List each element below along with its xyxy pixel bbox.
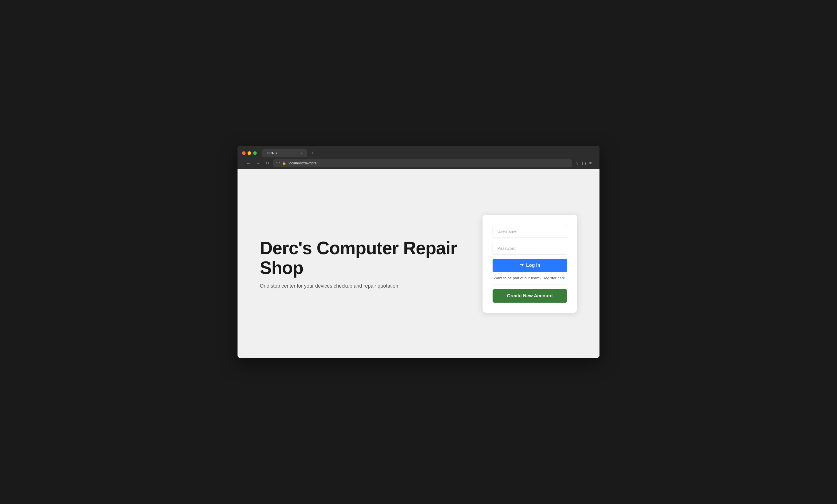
bookmark-icon[interactable]: ☆ [575,161,578,166]
address-bar[interactable]: 🛡 🔒 localhost/devdcrs/ [273,160,572,167]
shield-icon: 🛡 [276,161,280,165]
hero-section: Derc's Computer Repair Shop One stop cen… [260,238,483,289]
new-tab-button[interactable]: + [309,149,317,157]
login-card: ⮕ Log In Want to be part of our team? Re… [483,215,577,313]
browser-tabs-row: DCRS × + [242,149,595,157]
login-button[interactable]: ⮕ Log In [493,259,567,272]
extension-icon[interactable]: ( ) [582,161,586,166]
username-input[interactable] [493,225,567,238]
browser-tab[interactable]: DCRS × [262,149,307,157]
browser-content: Derc's Computer Repair Shop One stop cen… [237,169,600,358]
divider [493,284,567,285]
browser-titlebar: DCRS × + ← → ↻ 🛡 🔒 localhost/devdcrs/ ☆ … [237,146,600,169]
menu-icon[interactable]: ≡ [589,161,592,166]
nav-actions: ☆ ( ) ≡ [575,161,592,166]
login-button-label: Log In [526,263,540,268]
create-account-button[interactable]: Create New Account [493,289,567,303]
url-display: localhost/devdcrs/ [288,161,317,165]
maximize-dot[interactable] [253,151,257,155]
reload-button[interactable]: ↻ [264,160,270,167]
forward-button[interactable]: → [255,160,262,167]
browser-navbar: ← → ↻ 🛡 🔒 localhost/devdcrs/ ☆ ( ) ≡ [242,157,595,169]
hero-title: Derc's Computer Repair Shop [260,238,471,278]
tab-close-button[interactable]: × [300,151,302,155]
browser-window: DCRS × + ← → ↻ 🛡 🔒 localhost/devdcrs/ ☆ … [237,146,600,358]
login-icon: ⮕ [520,263,524,268]
back-button[interactable]: ← [245,160,252,167]
browser-controls [242,151,257,155]
minimize-dot[interactable] [248,151,251,155]
hero-subtitle: One stop center for your devices checkup… [260,283,471,289]
password-input[interactable] [493,242,567,255]
close-dot[interactable] [242,151,246,155]
register-prompt: Want to be part of our team? Register he… [493,276,567,280]
lock-icon: 🔒 [282,161,286,165]
register-link[interactable]: here. [557,276,566,280]
tab-title: DCRS [267,151,277,155]
